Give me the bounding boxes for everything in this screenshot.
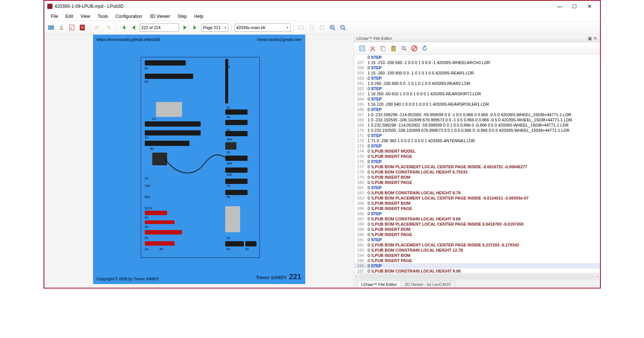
bom-part-icon xyxy=(160,241,175,246)
last-page-button[interactable] xyxy=(191,23,200,32)
export-button[interactable] xyxy=(57,23,66,32)
code-line[interactable]: 1810 STEP xyxy=(354,185,600,190)
code-line[interactable]: 1860 STEP xyxy=(354,211,600,216)
menu-view[interactable]: View xyxy=(78,13,93,20)
code-line[interactable]: 1780 !LPUB BOM CONSTRAIN LOCAL HEIGHT 6.… xyxy=(354,169,600,175)
code-line[interactable]: 1730 STEP xyxy=(354,143,600,149)
code-line[interactable]: 1880 !LPUB BOM PLACEMENT LOCAL CENTER PA… xyxy=(354,221,600,227)
code-line[interactable]: 1760 STEP xyxy=(354,159,600,164)
line-text: 0 STEP xyxy=(366,133,382,138)
fit-width-button[interactable] xyxy=(297,23,306,32)
code-line[interactable]: 1611 0 260 -100 800 0 0 -1 0 1 0 1 0 0 4… xyxy=(354,81,600,86)
cut-button[interactable] xyxy=(369,44,377,52)
code-line[interactable]: 1830 !LPUB BOM PLACEMENT LOCAL CENTER PA… xyxy=(354,195,600,201)
code-line[interactable]: 1571 15 -210 -200 560 -1 0 0 0 1 0 0 0 -… xyxy=(354,60,600,65)
export-image-button[interactable] xyxy=(47,23,55,32)
code-line[interactable]: 1940 !LPUB INSERT BOM xyxy=(354,253,600,258)
refresh-button[interactable] xyxy=(421,44,429,52)
tab-3d-viewer[interactable]: 3D Viewer - by LeoCAD© xyxy=(401,281,455,288)
code-line[interactable]: 1691 0 232.596298 -114.052002 -59.999599… xyxy=(354,122,600,128)
maximize-button[interactable]: ☐ xyxy=(567,2,582,11)
code-line[interactable]: 1950 !LPUB INSERT PAGE xyxy=(354,258,600,263)
code-line[interactable]: 1620 STEP xyxy=(354,86,600,91)
fit-page-button[interactable] xyxy=(307,23,316,32)
page-footer-right: Trevor SANDY 221 xyxy=(256,272,302,281)
first-page-button[interactable] xyxy=(119,23,128,32)
code-line[interactable]: 1910 STEP xyxy=(354,237,600,242)
code-line[interactable]: 1770 !LPUB BOM PLACEMENT LOCAL CENTER PA… xyxy=(354,164,600,169)
code-line[interactable]: 0 STEP xyxy=(354,55,600,60)
editor-toolbar xyxy=(354,42,600,55)
code-line[interactable]: 1900 !LPUB INSERT PAGE xyxy=(354,232,600,237)
actual-size-button[interactable] xyxy=(318,23,326,32)
prev-page-button[interactable] xyxy=(129,23,138,32)
menu-3d-viewer[interactable]: 3D Viewer xyxy=(147,13,173,20)
code-line[interactable]: 1600 STEP xyxy=(354,76,600,81)
copy-button[interactable] xyxy=(379,44,387,52)
print-pdf-button[interactable] xyxy=(78,23,87,32)
page-input[interactable] xyxy=(140,23,179,32)
code-line[interactable]: 1591 15 -260 -100 800 0 0 -1 0 1 0 1 0 0… xyxy=(354,70,600,76)
file-combo[interactable]: 42039s-main.ldr xyxy=(235,23,290,32)
line-text: 0 !LPUB INSERT PAGE xyxy=(366,232,412,237)
page-combo[interactable]: Page 221 xyxy=(201,23,228,32)
zoom-out-button[interactable] xyxy=(338,23,347,32)
code-line[interactable]: 1930 !LPUB BOM CONSTRAIN LOCAL HEIGHT 12… xyxy=(354,248,600,253)
export-pdf-button[interactable]: A xyxy=(67,23,76,32)
line-number: 166 xyxy=(354,107,366,112)
tab-ldraw-editor[interactable]: LDraw™ File Editor xyxy=(357,281,401,288)
line-text: 0 !LPUB BOM PLACEMENT LOCAL CENTER PAGE … xyxy=(366,164,527,169)
redo-button[interactable] xyxy=(103,23,112,32)
code-line[interactable]: 1631 16 260 -60 810 1 0 0 0 1 0 0 0 1 42… xyxy=(354,91,600,96)
menu-help[interactable]: Help xyxy=(191,13,207,20)
line-number: 195 xyxy=(354,258,366,263)
undo-button[interactable] xyxy=(93,23,102,32)
code-line[interactable]: 1740 !LPUB INSERT MODEL xyxy=(354,149,600,154)
find-button[interactable] xyxy=(400,44,408,52)
code-line[interactable]: 1710 STEP xyxy=(354,133,600,138)
code-line[interactable]: 1721 71 0 -296 360 1 0 0 0 1 0 0 0 1 420… xyxy=(354,138,600,143)
menu-tools[interactable]: Tools xyxy=(95,13,111,20)
code-editor[interactable]: 0 STEP1571 15 -210 -200 560 -1 0 0 0 1 0… xyxy=(354,55,600,273)
menu-file[interactable]: File xyxy=(48,13,61,20)
editor-hscroll[interactable]: ‹ › xyxy=(354,273,600,280)
code-line[interactable]: 1750 !LPUB INSERT PAGE xyxy=(354,154,600,159)
menu-configuration[interactable]: Configuration xyxy=(112,13,145,20)
paste-button[interactable] xyxy=(389,44,398,52)
code-line[interactable]: 1970 !LPUB BOM CONSTRAIN LOCAL HEIGHT 9.… xyxy=(354,268,600,273)
code-line[interactable]: 1640 STEP xyxy=(354,96,600,102)
code-line[interactable]: 1850 !LPUB INSERT PAGE xyxy=(354,206,600,211)
code-line[interactable]: 1960 STEP xyxy=(354,263,600,268)
code-line[interactable]: 1651 16 120 -280 840 1 0 0 0 1 0 0 0 1 4… xyxy=(354,102,600,107)
code-line[interactable]: 1870 !LPUB BOM CONSTRAIN LOCAL HEIGHT 9.… xyxy=(354,216,600,221)
instruction-page[interactable]: https://trevorsandy.github.io/lpub3d tre… xyxy=(93,35,305,284)
select-all-button[interactable] xyxy=(358,44,366,52)
code-line[interactable]: 1890 !LPUB INSERT BOM xyxy=(354,227,600,232)
line-text: 0 !LPUB BOM PLACEMENT LOCAL CENTER PAGE … xyxy=(366,242,519,248)
pane-close-button[interactable]: ✕ xyxy=(593,36,598,41)
scroll-track[interactable] xyxy=(359,274,596,279)
code-line[interactable]: 1701 0 232.192505 -106.102699 679.999573… xyxy=(354,128,600,133)
code-line[interactable]: 1800 !LPUB INSERT PAGE xyxy=(354,180,600,185)
menu-step[interactable]: Step xyxy=(175,13,190,20)
code-line[interactable]: 1580 STEP xyxy=(354,65,600,70)
scroll-left-icon[interactable]: ‹ xyxy=(356,274,357,279)
code-line[interactable]: 1790 !LPUB INSERT BOM xyxy=(354,175,600,180)
zoom-in-button[interactable] xyxy=(328,23,337,32)
close-button[interactable]: ✕ xyxy=(582,2,597,11)
delete-button[interactable] xyxy=(410,44,418,52)
menu-edit[interactable]: Edit xyxy=(63,13,76,20)
minimize-button[interactable]: — xyxy=(552,2,567,11)
next-page-button[interactable] xyxy=(181,23,189,32)
scroll-right-icon[interactable]: › xyxy=(597,274,599,279)
code-line[interactable]: 1671 0 -232.596298 -114.052002 -59.99959… xyxy=(354,112,600,117)
editor-pane-title: LDraw™ File Editor ▣ ✕ xyxy=(354,35,600,42)
line-number: 181 xyxy=(354,185,366,190)
pane-float-button[interactable]: ▣ xyxy=(587,36,593,41)
code-line[interactable]: 1840 !LPUB INSERT BOM xyxy=(354,201,600,206)
code-line[interactable]: 1820 !LPUB BOM CONSTRAIN LOCAL HEIGHT 8.… xyxy=(354,190,600,195)
code-line[interactable]: 1660 STEP xyxy=(354,107,600,112)
svg-rect-4 xyxy=(299,26,303,29)
code-line[interactable]: 1681 0 -232.192505 -106.102699 679.99957… xyxy=(354,117,600,122)
code-line[interactable]: 1920 !LPUB BOM PLACEMENT LOCAL CENTER PA… xyxy=(354,242,600,248)
